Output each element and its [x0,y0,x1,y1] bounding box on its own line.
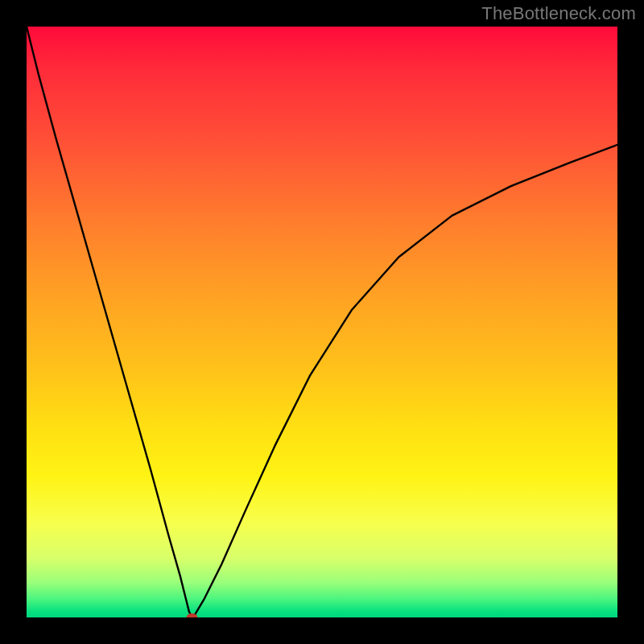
chart-frame: TheBottleneck.com [0,0,644,644]
bottleneck-curve [27,27,617,617]
curve-svg [27,27,617,617]
plot-area [27,27,617,617]
watermark-text: TheBottleneck.com [481,3,636,24]
